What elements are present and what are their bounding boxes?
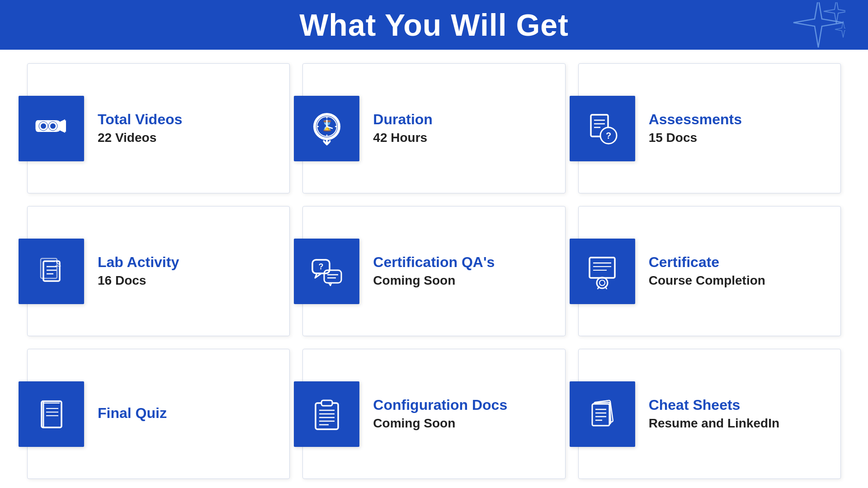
card-lab-activity: Lab Activity 16 Docs bbox=[27, 206, 290, 336]
final-quiz-icon-box bbox=[19, 381, 84, 447]
assessments-icon-box: ? bbox=[570, 96, 635, 161]
duration-text: Duration 42 Hours bbox=[373, 111, 433, 146]
lab-activity-icon-box bbox=[19, 239, 84, 304]
certificate-icon bbox=[584, 253, 620, 289]
configuration-docs-title: Configuration Docs bbox=[373, 396, 507, 413]
duration-subtitle: 42 Hours bbox=[373, 130, 433, 146]
certification-qa-icon-box: ? bbox=[294, 239, 359, 304]
certificate-icon-box bbox=[570, 239, 635, 304]
assessments-subtitle: 15 Docs bbox=[649, 130, 742, 146]
page-title: What You Will Get bbox=[299, 7, 569, 42]
configuration-docs-text: Configuration Docs Coming Soon bbox=[373, 396, 507, 432]
svg-rect-46 bbox=[590, 258, 615, 278]
svg-point-17 bbox=[50, 123, 56, 129]
card-assessments: ? Assessments 15 Docs bbox=[578, 63, 841, 193]
assessment-icon: ? bbox=[584, 110, 620, 146]
card-configuration-docs: Configuration Docs Coming Soon bbox=[302, 349, 565, 479]
page-header: What You Will Get bbox=[0, 0, 868, 50]
clipboard-icon bbox=[309, 396, 345, 432]
svg-point-15 bbox=[41, 123, 46, 129]
card-total-videos: Total Videos 22 Videos bbox=[27, 63, 290, 193]
svg-rect-43 bbox=[324, 270, 341, 283]
svg-rect-52 bbox=[42, 401, 61, 427]
card-certificate: Certificate Course Completion bbox=[578, 206, 841, 336]
certification-qa-title: Certification QA's bbox=[373, 253, 495, 271]
assessments-title: Assessments bbox=[649, 111, 742, 128]
sheets-icon bbox=[584, 396, 620, 432]
configuration-docs-subtitle: Coming Soon bbox=[373, 415, 507, 432]
total-videos-text: Total Videos 22 Videos bbox=[98, 111, 182, 146]
card-duration: ⌛ bbox=[302, 63, 565, 193]
certificate-title: Certificate bbox=[649, 253, 765, 271]
svg-text:?: ? bbox=[318, 262, 323, 271]
certificate-text: Certificate Course Completion bbox=[649, 253, 765, 289]
total-videos-icon-box bbox=[19, 96, 84, 161]
total-videos-title: Total Videos bbox=[98, 111, 182, 128]
configuration-docs-icon-box bbox=[294, 381, 359, 447]
qa-icon: ? bbox=[309, 253, 345, 289]
assessments-text: Assessments 15 Docs bbox=[649, 111, 742, 146]
lab-activity-subtitle: 16 Docs bbox=[98, 272, 179, 289]
svg-rect-67 bbox=[592, 404, 609, 426]
cheat-sheets-subtitle: Resume and LinkedIn bbox=[649, 415, 779, 432]
sparkle-decoration bbox=[773, 2, 845, 52]
clock-icon: ⌛ bbox=[309, 110, 345, 146]
cheat-sheets-icon-box bbox=[570, 381, 635, 447]
book-icon bbox=[33, 396, 70, 432]
lab-activity-text: Lab Activity 16 Docs bbox=[98, 253, 179, 289]
duration-icon-box: ⌛ bbox=[294, 96, 359, 161]
lab-icon bbox=[33, 253, 70, 289]
cheat-sheets-text: Cheat Sheets Resume and LinkedIn bbox=[649, 396, 779, 432]
duration-title: Duration bbox=[373, 111, 433, 128]
final-quiz-title: Final Quiz bbox=[98, 404, 167, 422]
svg-rect-59 bbox=[321, 400, 332, 406]
cards-grid: Total Videos 22 Videos ⌛ bbox=[0, 50, 868, 488]
certification-qa-subtitle: Coming Soon bbox=[373, 272, 495, 289]
card-final-quiz: Final Quiz bbox=[27, 349, 290, 479]
svg-text:?: ? bbox=[606, 131, 611, 141]
card-certification-qa: ? Certification QA's Coming Soon bbox=[302, 206, 565, 336]
svg-rect-58 bbox=[316, 403, 338, 429]
certification-qa-text: Certification QA's Coming Soon bbox=[373, 253, 495, 289]
svg-point-51 bbox=[599, 280, 605, 286]
video-icon bbox=[33, 110, 70, 146]
cheat-sheets-title: Cheat Sheets bbox=[649, 396, 779, 413]
lab-activity-title: Lab Activity bbox=[98, 253, 179, 271]
total-videos-subtitle: 22 Videos bbox=[98, 130, 182, 146]
certificate-subtitle: Course Completion bbox=[649, 272, 765, 289]
final-quiz-text: Final Quiz bbox=[98, 404, 167, 423]
card-cheat-sheets: Cheat Sheets Resume and LinkedIn bbox=[578, 349, 841, 479]
